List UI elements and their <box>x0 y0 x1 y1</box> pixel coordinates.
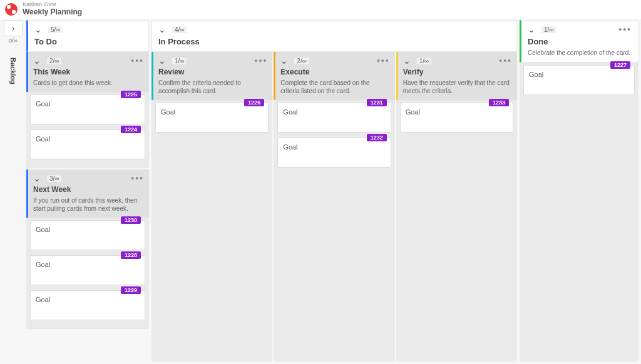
chevron-down-icon[interactable]: ⌄ <box>158 56 166 66</box>
group-in-process: ⌄ 4/∞ In Process ⌄ 1/∞ ••• Review Confir… <box>151 20 517 361</box>
column-menu-icon[interactable]: ••• <box>131 173 144 183</box>
card-title: Goal <box>36 100 50 108</box>
card-title: Goal <box>36 226 50 233</box>
card-id-badge: 1226 <box>244 99 264 106</box>
card-id-badge: 1228 <box>121 251 141 259</box>
subcol-title: Next Week <box>33 185 144 194</box>
chevron-down-icon[interactable]: ⌄ <box>403 56 411 66</box>
group-body-todo: ⌄ 2/∞ ••• This Week Cards to get done th… <box>26 52 149 361</box>
group-title-done: Done <box>528 37 632 46</box>
app-header: Kanban Zone Weekly Planning <box>0 0 641 19</box>
card-title: Goal <box>283 108 297 116</box>
card-id-badge: 1224 <box>121 126 141 133</box>
card-title: Goal <box>36 296 50 303</box>
chevron-down-icon[interactable]: ⌄ <box>33 173 41 183</box>
subcol-execute: ⌄ 2/∞ ••• Execute Complete the card base… <box>274 52 394 361</box>
chevron-down-icon[interactable]: ⌄ <box>158 24 166 34</box>
wip-limit-chip: 3/∞ <box>47 175 61 182</box>
card-id-badge: 1230 <box>121 216 141 224</box>
group-done: ⌄ 1/∞ ••• Done Celebrate the completion … <box>520 20 638 361</box>
wip-limit-chip: 4/∞ <box>172 26 187 33</box>
group-header-todo: ⌄ 5/∞ To Do <box>26 20 149 52</box>
subcol-desc: Complete the card based on the criteria … <box>280 79 389 95</box>
backlog-expand-button[interactable]: › <box>4 20 23 36</box>
column-menu-icon[interactable]: ••• <box>255 56 268 66</box>
subcol-header-next-week: ⌄ 3/∞ ••• Next Week If you run out of ca… <box>26 169 149 218</box>
kanban-card[interactable]: Goal 1226 <box>155 103 269 133</box>
chevron-down-icon[interactable]: ⌄ <box>528 24 535 34</box>
column-menu-icon[interactable]: ••• <box>499 56 512 66</box>
card-title: Goal <box>36 135 50 143</box>
subcol-title: Verify <box>403 68 512 76</box>
wip-limit-chip: 1/∞ <box>172 58 187 64</box>
backlog-count: 0/∞ <box>9 38 18 44</box>
wip-limit-chip: 2/∞ <box>294 58 309 64</box>
kanban-card[interactable]: Goal 1233 <box>400 103 513 133</box>
subcol-header-execute: ⌄ 2/∞ ••• Execute Complete the card base… <box>274 52 394 100</box>
brand-title: Weekly Planning <box>23 8 82 16</box>
wip-limit-chip: 2/∞ <box>47 58 61 64</box>
kanban-card[interactable]: Goal 1229 <box>30 290 145 320</box>
backlog-rail: › 0/∞ Backlog <box>3 20 24 361</box>
card-id-badge: 1231 <box>367 99 387 106</box>
subcol-next-week: ⌄ 3/∞ ••• Next Week If you run out of ca… <box>26 169 149 329</box>
group-title-todo: To Do <box>34 37 142 46</box>
kanban-card[interactable]: Goal 1231 <box>277 103 391 133</box>
card-id-badge: 1229 <box>121 286 141 294</box>
card-title: Goal <box>161 108 175 116</box>
chevron-down-icon[interactable]: ⌄ <box>33 56 41 66</box>
kanban-card[interactable]: Goal 1230 <box>30 220 145 250</box>
subcol-title: Execute <box>280 68 389 76</box>
card-title: Goal <box>36 261 50 268</box>
group-todo: ⌄ 5/∞ To Do ⌄ 2/∞ ••• This Week Cards to… <box>26 20 149 361</box>
wip-limit-chip: 1/∞ <box>541 26 556 33</box>
chevron-down-icon[interactable]: ⌄ <box>34 24 42 34</box>
brand-text: Kanban Zone Weekly Planning <box>23 2 82 16</box>
subcol-title: Review <box>158 68 267 76</box>
card-title: Goal <box>283 143 297 151</box>
subcol-header-this-week: ⌄ 2/∞ ••• This Week Cards to get done th… <box>26 52 149 92</box>
chevron-down-icon[interactable]: ⌄ <box>280 56 288 66</box>
subcol-desc: Cards to get done this week. <box>33 79 144 87</box>
subcol-verify: ⌄ 1/∞ ••• Verify Have the requester veri… <box>396 52 517 361</box>
group-title-in-process: In Process <box>158 37 510 46</box>
group-header-done: ⌄ 1/∞ ••• Done Celebrate the completion … <box>520 20 638 63</box>
kanban-card[interactable]: Goal 1228 <box>30 255 145 285</box>
group-desc-done: Celebrate the completion of the card. <box>528 49 632 57</box>
kanban-card[interactable]: Goal 1225 <box>30 94 145 124</box>
kanban-card[interactable]: Goal 1227 <box>523 65 635 95</box>
column-menu-icon[interactable]: ••• <box>377 56 390 66</box>
subcol-this-week: ⌄ 2/∞ ••• This Week Cards to get done th… <box>26 52 149 168</box>
subcol-title: This Week <box>33 68 144 76</box>
wip-limit-chip: 5/∞ <box>48 26 63 33</box>
column-menu-icon[interactable]: ••• <box>618 24 632 34</box>
column-menu-icon[interactable]: ••• <box>131 56 144 66</box>
kanban-card[interactable]: Goal 1232 <box>277 138 391 168</box>
card-id-badge: 1233 <box>489 99 509 106</box>
card-title: Goal <box>406 108 420 116</box>
subcol-desc: Have the requester verify that the card … <box>403 79 512 95</box>
group-header-in-process: ⌄ 4/∞ In Process <box>151 20 517 52</box>
subcol-review: ⌄ 1/∞ ••• Review Confirm the criteria ne… <box>151 52 272 361</box>
subcol-desc: Confirm the criteria needed to accomplis… <box>158 79 267 95</box>
card-id-badge: 1227 <box>610 61 630 69</box>
group-body-done: Goal 1227 <box>520 63 638 361</box>
wip-limit-chip: 1/∞ <box>417 58 431 64</box>
app-logo <box>5 3 18 16</box>
board: › 0/∞ Backlog ⌄ 5/∞ To Do ⌄ 2/∞ ••• Th <box>0 19 641 364</box>
kanban-card[interactable]: Goal 1224 <box>30 129 145 159</box>
subcol-header-verify: ⌄ 1/∞ ••• Verify Have the requester veri… <box>396 52 517 100</box>
card-title: Goal <box>529 71 543 78</box>
backlog-label: Backlog <box>9 58 17 84</box>
card-id-badge: 1232 <box>367 134 387 141</box>
subcol-header-review: ⌄ 1/∞ ••• Review Confirm the criteria ne… <box>151 52 272 100</box>
subcol-desc: If you run out of cards this week, then … <box>33 196 144 213</box>
group-body-in-process: ⌄ 1/∞ ••• Review Confirm the criteria ne… <box>151 52 517 361</box>
card-id-badge: 1225 <box>121 91 141 98</box>
